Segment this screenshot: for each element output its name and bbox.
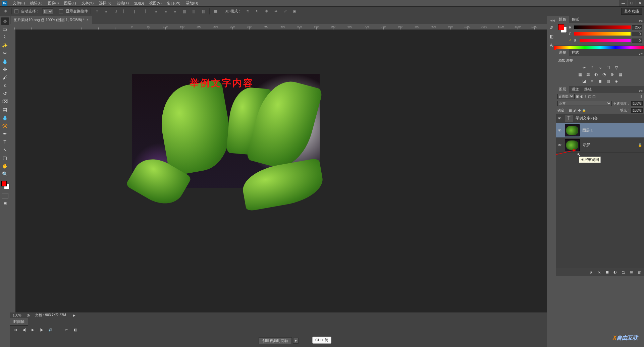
- color-panel-swatches[interactable]: [558, 24, 568, 34]
- timeline-play-button[interactable]: ▶: [30, 327, 36, 332]
- levels-adjust-icon[interactable]: ⟟: [589, 65, 595, 70]
- adjustments-panel-menu-icon[interactable]: ▾≡: [638, 52, 644, 56]
- distribute-bottom-icon[interactable]: ≡: [172, 8, 178, 15]
- 3d-slide-icon[interactable]: ⇔: [272, 8, 279, 15]
- lock-position-icon[interactable]: ✥: [578, 109, 581, 112]
- distribute-hcenter-icon[interactable]: |||: [191, 8, 197, 15]
- layer-name[interactable]: 举例文字内容: [574, 116, 644, 121]
- crop-tool[interactable]: ✂: [1, 50, 9, 57]
- align-right-icon[interactable]: ⎹: [141, 8, 147, 15]
- timeline-first-frame-button[interactable]: ⏮: [13, 327, 18, 332]
- exposure-adjust-icon[interactable]: ☐: [605, 65, 611, 70]
- blackwhite-adjust-icon[interactable]: ◐: [593, 72, 599, 77]
- align-top-icon[interactable]: ⊓: [94, 8, 100, 15]
- tab-channels[interactable]: 通道: [569, 86, 582, 93]
- align-left-icon[interactable]: ⎸: [122, 8, 128, 15]
- 3d-camera-icon[interactable]: ▣: [291, 8, 298, 15]
- photofilter-adjust-icon[interactable]: ◔: [601, 72, 607, 77]
- eraser-tool[interactable]: ⌫: [1, 98, 9, 105]
- layer-row[interactable]: 👁 背景 🔒: [556, 138, 644, 153]
- move-tool[interactable]: ✥: [1, 17, 9, 25]
- create-video-timeline-button[interactable]: 创建视频时间轴: [259, 337, 292, 344]
- link-layers-icon[interactable]: ⎘: [588, 270, 594, 275]
- menu-edit[interactable]: 编辑(E): [28, 1, 45, 6]
- magic-wand-tool[interactable]: ✨: [1, 42, 9, 49]
- auto-align-icon[interactable]: ▦: [212, 8, 219, 15]
- 3d-orbit-icon[interactable]: ⟲: [244, 8, 251, 15]
- menu-window[interactable]: 窗口(W): [164, 1, 183, 6]
- gradientmap-adjust-icon[interactable]: ▤: [605, 78, 611, 84]
- properties-panel-icon[interactable]: ◧: [548, 33, 555, 40]
- hue-adjust-icon[interactable]: ▦: [577, 72, 583, 77]
- layer-visibility-icon[interactable]: 👁: [556, 143, 564, 148]
- align-hcenter-icon[interactable]: |: [131, 8, 138, 15]
- timeline-tab[interactable]: 时间轴: [10, 318, 28, 326]
- menu-select[interactable]: 选择(S): [96, 1, 114, 6]
- channelmixer-adjust-icon[interactable]: ⊕: [609, 72, 615, 77]
- document-tab[interactable]: 图片素材19.png @ 100% (图层 1, RGB/8) * ×: [10, 16, 92, 24]
- menu-file[interactable]: 文件(F): [10, 1, 28, 6]
- timeline-split-button[interactable]: ✂: [64, 327, 69, 332]
- lock-pixels-icon[interactable]: 🖌: [573, 109, 577, 112]
- window-maximize-button[interactable]: ❐: [628, 0, 636, 6]
- eyedropper-tool[interactable]: 💧: [1, 58, 9, 65]
- layer-row[interactable]: 👁 图层 1: [556, 123, 644, 138]
- 3d-zoom-icon[interactable]: ⤢: [282, 8, 288, 15]
- filter-shape-icon[interactable]: ▢: [588, 95, 591, 98]
- menu-3d[interactable]: 3D(D): [131, 1, 147, 5]
- threshold-adjust-icon[interactable]: ◼: [597, 78, 603, 84]
- history-brush-tool[interactable]: ↺: [1, 90, 9, 97]
- auto-select-dropdown[interactable]: 组: [42, 8, 53, 14]
- align-bottom-icon[interactable]: ⊔: [112, 8, 119, 15]
- layer-visibility-icon[interactable]: 👁: [556, 128, 564, 133]
- selectivecolor-adjust-icon[interactable]: ◈: [613, 78, 619, 84]
- layer-thumbnail[interactable]: [565, 139, 580, 151]
- filter-adjust-icon[interactable]: ◐: [580, 95, 583, 98]
- layer-name[interactable]: 图层 1: [581, 128, 644, 133]
- b-slider[interactable]: [580, 39, 631, 42]
- distribute-top-icon[interactable]: ≡: [153, 8, 160, 15]
- shape-tool[interactable]: ▢: [1, 154, 9, 162]
- window-minimize-button[interactable]: —: [619, 0, 627, 6]
- color-fg-swatch[interactable]: [558, 24, 564, 30]
- zoom-readout[interactable]: 100%: [13, 313, 21, 317]
- filter-toggle-icon[interactable]: ⏽: [639, 95, 643, 98]
- timeline-transition-button[interactable]: ◧: [72, 327, 78, 332]
- create-timeline-dropdown[interactable]: ▾: [293, 338, 299, 344]
- distribute-left-icon[interactable]: |||: [181, 8, 188, 15]
- colorlookup-adjust-icon[interactable]: ▦: [617, 72, 623, 77]
- menu-image[interactable]: 图像(I): [45, 1, 61, 6]
- menu-type[interactable]: 文字(Y): [79, 1, 97, 6]
- type-tool[interactable]: T: [1, 138, 9, 146]
- auto-select-checkbox[interactable]: [14, 9, 18, 13]
- panel-collapse-icon[interactable]: ◀◀: [550, 19, 556, 22]
- b-value[interactable]: 0: [632, 39, 642, 43]
- history-panel-icon[interactable]: ↺: [548, 24, 555, 31]
- menu-help[interactable]: 帮助(H): [183, 1, 201, 6]
- curves-adjust-icon[interactable]: ∿: [597, 65, 603, 70]
- ruler-vertical[interactable]: [10, 30, 15, 312]
- canvas[interactable]: 举例文字内容: [15, 30, 547, 312]
- gradient-tool[interactable]: ▤: [1, 106, 9, 113]
- align-vcenter-icon[interactable]: ≡: [103, 8, 110, 15]
- invert-adjust-icon[interactable]: ◪: [581, 78, 587, 84]
- menu-layer[interactable]: 图层(L): [61, 1, 78, 6]
- layer-thumbnail[interactable]: [565, 124, 580, 136]
- adjustment-layer-icon[interactable]: ◐: [612, 270, 618, 275]
- layer-name[interactable]: 背景: [581, 142, 638, 148]
- filter-pixel-icon[interactable]: ▣: [576, 95, 579, 98]
- layer-visibility-icon[interactable]: 👁: [556, 116, 564, 121]
- close-tab-icon[interactable]: ×: [87, 18, 89, 22]
- r-value[interactable]: 255: [632, 25, 642, 30]
- timeline-next-frame-button[interactable]: |▶: [39, 327, 44, 332]
- clone-stamp-tool[interactable]: ⎌: [1, 82, 9, 89]
- posterize-adjust-icon[interactable]: ≡: [589, 78, 595, 84]
- layers-panel-menu-icon[interactable]: ▾≡: [638, 89, 644, 93]
- status-flyout-icon[interactable]: ▶: [73, 313, 75, 317]
- tab-color[interactable]: 颜色: [556, 16, 569, 23]
- 3d-roll-icon[interactable]: ↻: [254, 8, 260, 15]
- group-icon[interactable]: 🗀: [621, 270, 626, 275]
- quick-mask-toggle[interactable]: [2, 193, 8, 198]
- blend-mode-dropdown[interactable]: 正常: [557, 101, 612, 106]
- fill-value[interactable]: 100%: [631, 108, 643, 113]
